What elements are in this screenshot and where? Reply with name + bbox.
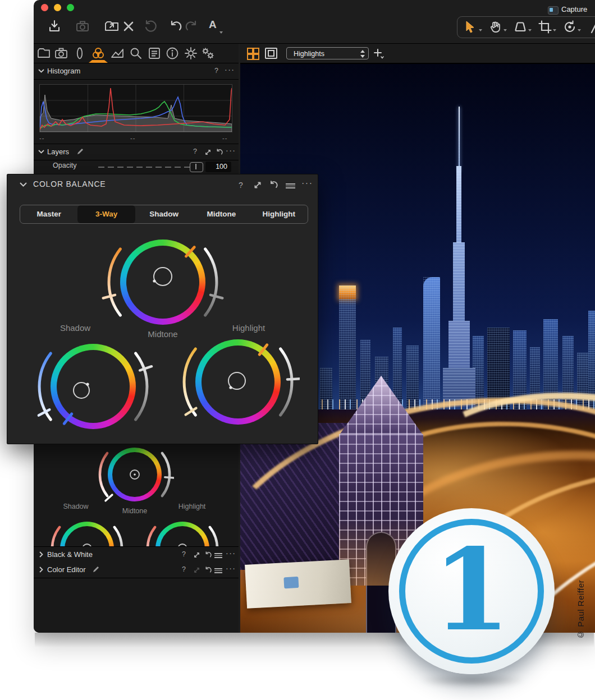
tab-master[interactable]: Master bbox=[20, 205, 77, 223]
color-balance-panel[interactable]: COLOR BALANCE ? ··· Master 3-Way Shadow … bbox=[7, 174, 318, 444]
tab-color-icon[interactable] bbox=[90, 46, 106, 61]
building-sail-tower bbox=[423, 277, 440, 412]
building-lights bbox=[339, 285, 356, 299]
tab-highlight[interactable]: Highlight bbox=[250, 205, 308, 223]
tab-library-icon[interactable] bbox=[36, 46, 52, 61]
opacity-label: Opacity bbox=[53, 162, 76, 169]
cb-bg-highlight-label: Highlight bbox=[161, 503, 223, 510]
capture-one-logo: 1 bbox=[388, 508, 555, 674]
tab-capture-icon[interactable] bbox=[53, 46, 69, 61]
reset-local-icon[interactable] bbox=[204, 567, 212, 574]
preset-menu-icon[interactable] bbox=[286, 182, 295, 188]
black-white-header[interactable]: Black & White ? ··· bbox=[34, 546, 239, 563]
primary-view-icon[interactable] bbox=[265, 48, 277, 59]
app-icon bbox=[548, 6, 559, 15]
tab-3way[interactable]: 3-Way bbox=[77, 205, 135, 223]
tab-shadow[interactable]: Shadow bbox=[135, 205, 193, 223]
keystone-tool-caret-icon[interactable] bbox=[528, 29, 532, 31]
more-icon[interactable]: ··· bbox=[226, 564, 236, 573]
select-tool-icon[interactable] bbox=[464, 20, 478, 34]
chevron-down-icon[interactable] bbox=[38, 150, 44, 154]
select-tool-caret-icon[interactable] bbox=[479, 29, 482, 31]
wheel-hole bbox=[57, 350, 130, 423]
redo-icon[interactable] bbox=[184, 19, 199, 34]
tool-tab-bar bbox=[34, 44, 239, 63]
more-icon[interactable]: ··· bbox=[226, 549, 236, 558]
highlight-wheel-label: Highlight bbox=[212, 323, 285, 333]
photo-credit: © Paul Reiffer bbox=[576, 560, 588, 639]
more-icon[interactable]: ··· bbox=[226, 146, 236, 155]
tab-midtone[interactable]: Midtone bbox=[193, 205, 250, 223]
crop-tool-icon[interactable] bbox=[538, 20, 552, 34]
tab-exposure-icon[interactable] bbox=[109, 46, 125, 61]
reset-icon[interactable] bbox=[143, 19, 157, 34]
page: Capture A bbox=[0, 0, 595, 700]
opacity-slider-handle[interactable] bbox=[190, 162, 203, 172]
expand-icon[interactable] bbox=[204, 149, 212, 156]
expand-icon[interactable] bbox=[193, 551, 200, 559]
tab-metadata-icon[interactable] bbox=[164, 46, 180, 61]
histogram-readout-mid: -- bbox=[130, 135, 135, 141]
chevron-down-icon[interactable] bbox=[38, 69, 44, 73]
help-icon[interactable]: ? bbox=[182, 565, 186, 573]
pan-tool-caret-icon[interactable] bbox=[504, 29, 507, 31]
crop-tool-caret-icon[interactable] bbox=[553, 29, 556, 31]
rotate-tool-icon[interactable] bbox=[562, 20, 577, 34]
tab-settings-icon[interactable] bbox=[183, 46, 199, 61]
add-clone-icon[interactable] bbox=[374, 49, 384, 59]
more-icon[interactable]: ··· bbox=[301, 178, 313, 188]
annotations-icon[interactable]: A bbox=[209, 19, 217, 31]
opacity-slider-track[interactable] bbox=[98, 167, 193, 168]
preset-menu-icon[interactable] bbox=[214, 567, 222, 573]
more-icon[interactable]: ··· bbox=[225, 65, 235, 74]
opacity-value[interactable]: 100 bbox=[205, 162, 231, 172]
chevron-right-icon[interactable] bbox=[39, 567, 43, 573]
delete-icon[interactable] bbox=[121, 19, 136, 34]
capture-icon[interactable] bbox=[75, 19, 90, 34]
variant-select-value: Highlights bbox=[294, 50, 324, 58]
histogram-chart bbox=[39, 84, 232, 132]
histogram-header[interactable]: Histogram ? ··· bbox=[34, 63, 239, 80]
tab-adjustments-icon[interactable] bbox=[147, 46, 162, 61]
tab-lens-icon[interactable] bbox=[72, 46, 88, 61]
close-button[interactable] bbox=[41, 4, 48, 11]
minimize-button[interactable] bbox=[54, 4, 61, 11]
zoom-button[interactable] bbox=[67, 4, 74, 11]
help-icon[interactable]: ? bbox=[182, 550, 186, 558]
layers-header[interactable]: Layers ? ··· bbox=[34, 144, 239, 160]
variant-select[interactable]: Highlights bbox=[286, 47, 369, 59]
rotate-tool-caret-icon[interactable] bbox=[578, 29, 581, 31]
export-icon[interactable] bbox=[104, 19, 119, 34]
tab-process-icon[interactable] bbox=[200, 46, 216, 61]
import-icon[interactable] bbox=[47, 19, 62, 34]
wheel-hole bbox=[126, 246, 199, 319]
help-icon[interactable]: ? bbox=[214, 67, 218, 75]
multi-view-icon[interactable] bbox=[247, 48, 259, 59]
cb-bg-midtone-label: Midtone bbox=[104, 507, 166, 515]
pan-tool-icon[interactable] bbox=[488, 20, 503, 34]
billboard bbox=[245, 559, 351, 609]
reset-local-icon[interactable] bbox=[269, 181, 278, 190]
undo-icon[interactable] bbox=[168, 19, 183, 34]
preset-menu-icon[interactable] bbox=[214, 552, 222, 558]
histogram-readout-left: -- bbox=[39, 135, 44, 141]
color-editor-header[interactable]: Color Editor ? ··· bbox=[34, 562, 239, 578]
histogram-title: Histogram bbox=[47, 67, 80, 75]
reset-local-icon[interactable] bbox=[216, 149, 223, 156]
annotations-caret-icon bbox=[219, 31, 223, 34]
brush-icon bbox=[76, 148, 84, 155]
select-stepper-icon bbox=[360, 50, 364, 58]
chevron-right-icon[interactable] bbox=[39, 551, 43, 558]
keystone-tool-icon[interactable] bbox=[513, 20, 528, 34]
tab-details-icon[interactable] bbox=[128, 46, 144, 61]
expand-icon[interactable] bbox=[253, 181, 262, 190]
straighten-tool-icon[interactable] bbox=[587, 20, 595, 34]
wheel-hole bbox=[202, 346, 274, 418]
help-icon[interactable]: ? bbox=[193, 148, 197, 155]
reset-local-icon[interactable] bbox=[204, 551, 212, 559]
brush-icon bbox=[92, 566, 99, 573]
help-icon[interactable]: ? bbox=[239, 181, 243, 190]
chevron-down-icon[interactable] bbox=[20, 182, 27, 187]
expand-icon[interactable] bbox=[193, 567, 200, 574]
color-balance-title: COLOR BALANCE bbox=[33, 179, 106, 188]
